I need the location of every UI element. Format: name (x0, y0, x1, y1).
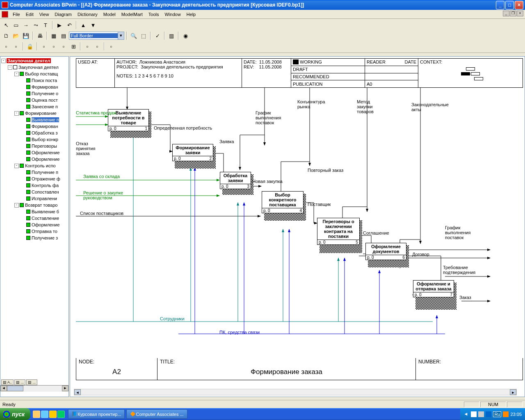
up-icon[interactable]: ▲ (79, 21, 88, 30)
tree-root[interactable]: Закупочная деятел (7, 58, 51, 63)
taskbar-button[interactable]: 📘 Курсовая проектир... (68, 409, 125, 419)
expand-icon[interactable]: - (1, 59, 6, 63)
lock-icon[interactable]: 🔒 (25, 42, 34, 51)
tree-item[interactable]: Выбор поставщ (25, 71, 58, 76)
tree-item[interactable]: Отражение ф (32, 176, 60, 181)
tree-item[interactable]: Обработка з (32, 130, 58, 135)
text-tool-icon[interactable]: T (41, 21, 50, 30)
expand-icon[interactable]: - (14, 111, 19, 116)
mm2-icon[interactable]: ▫ (11, 42, 21, 51)
mdi-close-button[interactable]: × (517, 11, 523, 16)
tree-hscroll[interactable]: ◄ ► (0, 385, 68, 392)
tree-item[interactable]: Переговоры (32, 144, 57, 148)
tree-item[interactable]: Возврат товаро (25, 203, 57, 208)
taskbar-button[interactable]: 🔶 Computer Associates ... (126, 409, 187, 419)
zoom-area-icon[interactable]: ⬚ (139, 31, 148, 40)
save-icon[interactable]: 💾 (21, 31, 30, 40)
expand-icon[interactable]: - (8, 65, 12, 70)
undo-icon[interactable]: ↶ (65, 21, 74, 30)
scroll-left-icon[interactable]: ◄ (0, 386, 7, 391)
report-icon[interactable]: ▥ (167, 31, 176, 40)
activity-box-6[interactable]: Оформление документов p. 06 (365, 243, 406, 260)
pointer-tool-icon[interactable]: ↖ (2, 21, 11, 30)
tree-item[interactable]: Формирование (25, 111, 57, 116)
tree-item[interactable]: Контроль фа (32, 183, 59, 188)
tree-tab-activities[interactable]: ▤ A.. (1, 379, 14, 385)
ql-icon[interactable] (57, 411, 65, 418)
tree-tab-objects[interactable]: ▤ ... (26, 379, 37, 385)
expand-icon[interactable]: - (14, 164, 19, 168)
ql-icon[interactable] (49, 411, 57, 418)
tray-icon[interactable]: ◄ (463, 411, 469, 417)
grid-icon[interactable]: ⊞ (69, 42, 78, 51)
mdi-restore-button[interactable]: ❐ (510, 11, 516, 16)
arrow-tool-icon[interactable]: → (21, 21, 30, 30)
tray-icon[interactable] (478, 411, 484, 417)
squiggle-tool-icon[interactable]: ⤳ (31, 21, 40, 30)
minimize-button[interactable]: _ (496, 1, 504, 9)
diagram-canvas[interactable]: USED AT: AUTHOR: Ложникова Анастасия PRO… (70, 56, 525, 397)
tree-item[interactable]: Получение п (32, 170, 58, 175)
palette-icon[interactable]: ▦ (49, 31, 58, 40)
chevron-down-icon[interactable]: ▾ (118, 32, 124, 39)
tree-item[interactable]: Получение о (32, 91, 58, 96)
activity-box-7[interactable]: Оформление и отправка заказа p. 07 (413, 280, 454, 297)
tree-item[interactable]: Сопоставлен (32, 189, 59, 194)
maximize-button[interactable]: □ (505, 1, 514, 9)
tree-item[interactable]: Получение з (32, 235, 58, 240)
explorer-icon[interactable]: ▤ (59, 31, 68, 40)
canvas-hscroll[interactable]: ◄ ► (74, 389, 517, 395)
scroll-right-icon[interactable]: ► (510, 389, 516, 395)
diagram-body[interactable]: Выявление потребности в товаре p. 01 Фор… (76, 88, 523, 358)
tree-item[interactable]: Выявление б (32, 209, 59, 214)
menu-model[interactable]: Model (100, 11, 119, 18)
print-icon[interactable]: 🖶 (35, 31, 44, 40)
activity-box-5[interactable]: Переговоры о заключении контракта на пос… (317, 218, 360, 245)
activity-box-4[interactable]: Выбор конкретного поставщика p. 04 (262, 191, 304, 213)
clock[interactable]: 23:05 (510, 412, 522, 417)
tree-item[interactable]: Поиск поста (32, 78, 57, 83)
start-button[interactable]: пуск (0, 408, 30, 420)
ql-icon[interactable] (33, 411, 40, 418)
modelmart-icon[interactable]: ◉ (181, 31, 190, 40)
tree-item[interactable]: Составление (32, 216, 59, 221)
tree-item[interactable]: Формирован (32, 84, 58, 89)
lang-indicator[interactable]: Ru (493, 411, 501, 417)
menu-help[interactable]: Help (184, 11, 199, 18)
play-icon[interactable]: ▶ (55, 21, 64, 30)
mm4-icon[interactable]: ▫ (49, 42, 58, 51)
zoom-in-icon[interactable]: 🔍 (129, 31, 138, 40)
close-button[interactable]: × (515, 1, 523, 9)
ql-icon[interactable] (41, 411, 48, 418)
expand-icon[interactable]: - (14, 203, 19, 208)
tray-icon[interactable] (503, 411, 509, 417)
tree-item[interactable]: Исправлени (32, 196, 57, 201)
menu-view[interactable]: View (37, 11, 52, 18)
box-tool-icon[interactable]: ▭ (11, 21, 21, 30)
tree-item-selected[interactable]: Выявление п (32, 117, 59, 122)
menu-dictionary[interactable]: Dictionary (75, 11, 100, 18)
tree-item[interactable]: Отправка то (32, 229, 57, 234)
scroll-right-icon[interactable]: ► (62, 386, 68, 391)
tree-item[interactable]: Закупочная деятел (18, 65, 59, 70)
tree-item[interactable]: Оформление (32, 222, 59, 227)
mm6-icon[interactable]: ▫ (83, 42, 92, 51)
expand-icon[interactable]: - (14, 72, 19, 76)
new-icon[interactable]: 🗋 (2, 31, 11, 40)
tray-icon[interactable] (486, 411, 491, 417)
tree-item[interactable]: Формирован (32, 124, 58, 129)
open-icon[interactable]: 📂 (11, 31, 21, 40)
mm3-icon[interactable]: ▫ (39, 42, 48, 51)
mdi-sys-icon[interactable] (2, 11, 8, 18)
tree-tab-diagrams[interactable]: ▤ ... (14, 379, 25, 385)
mm7-icon[interactable]: ▫ (93, 42, 102, 51)
activity-box-3[interactable]: Обработка заявки p. 03 (220, 172, 251, 189)
scroll-left-icon[interactable]: ◄ (74, 389, 81, 395)
menu-tools[interactable]: Tools (146, 11, 162, 18)
tree-item[interactable]: Выбор конкр (32, 137, 58, 142)
tree-item[interactable]: Оформление (32, 157, 59, 162)
menu-diagram[interactable]: Diagram (52, 11, 75, 18)
down-icon[interactable]: ▼ (89, 21, 98, 30)
mm1-icon[interactable]: ▫ (2, 42, 11, 51)
mm8-icon[interactable]: ▫ (107, 42, 116, 51)
